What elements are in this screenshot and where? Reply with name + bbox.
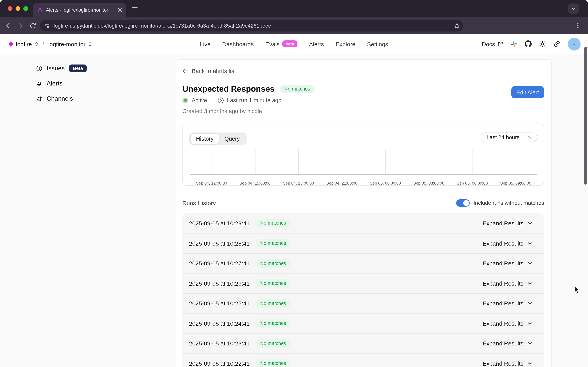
expand-results-button[interactable]: Expand Results bbox=[480, 320, 535, 327]
chart-gridline bbox=[342, 149, 342, 174]
minimize-window-button[interactable] bbox=[16, 6, 20, 11]
expand-results-label: Expand Results bbox=[483, 260, 523, 267]
alert-title: Unexpected Responses bbox=[182, 84, 274, 93]
nav-alerts[interactable]: Alerts bbox=[309, 41, 324, 47]
sidebar-item-issues[interactable]: Issues Beta bbox=[36, 64, 175, 73]
favicon-logfire-icon bbox=[37, 7, 43, 13]
tab-search-button[interactable] bbox=[568, 3, 579, 14]
share-link-icon[interactable] bbox=[553, 40, 560, 47]
nav-evals-label: Evals bbox=[265, 41, 280, 47]
back-label: Back to alerts list bbox=[192, 67, 236, 74]
time-range-select[interactable]: Last 24 hours bbox=[481, 132, 537, 142]
run-row[interactable]: 2025-09-05 at 10:24:41No matchesExpand R… bbox=[182, 313, 544, 333]
history-chart bbox=[190, 149, 537, 174]
run-timestamp: 2025-09-05 at 10:27:41 bbox=[189, 260, 250, 267]
reload-button[interactable] bbox=[30, 22, 36, 29]
run-row[interactable]: 2025-09-05 at 10:23:41No matchesExpand R… bbox=[182, 333, 544, 353]
close-window-button[interactable] bbox=[8, 6, 12, 11]
org-selector[interactable]: logfire bbox=[16, 41, 32, 47]
play-circle-icon bbox=[217, 97, 224, 104]
nav-settings[interactable]: Settings bbox=[367, 41, 388, 47]
run-no-matches-badge: No matches bbox=[256, 259, 290, 268]
include-runs-toggle[interactable] bbox=[456, 199, 469, 207]
new-tab-button[interactable] bbox=[132, 5, 138, 10]
run-no-matches-badge: No matches bbox=[256, 319, 290, 328]
browser-tab[interactable]: Alerts · logfire/logfire-monitor bbox=[33, 3, 126, 17]
chart-gridline bbox=[429, 149, 429, 174]
chart-gridline bbox=[385, 149, 386, 174]
chart-gridline bbox=[212, 149, 212, 174]
app-header: logfire / logfire-monitor Live Dashboard… bbox=[0, 34, 588, 54]
expand-results-label: Expand Results bbox=[483, 340, 523, 347]
chevron-down-icon bbox=[527, 261, 532, 266]
sidebar-channels-label: Channels bbox=[47, 95, 73, 102]
nav-explore[interactable]: Explore bbox=[336, 41, 355, 47]
expand-results-button[interactable]: Expand Results bbox=[480, 219, 535, 227]
header-actions: Docs - bbox=[482, 37, 588, 50]
history-panel: History Query Last 24 hours Sep 04, 12:0… bbox=[182, 123, 544, 185]
run-timestamp: 2025-09-05 at 10:29:41 bbox=[189, 220, 250, 226]
bell-icon bbox=[36, 80, 43, 87]
run-timestamp: 2025-09-05 at 10:25:41 bbox=[189, 300, 250, 307]
expand-results-button[interactable]: Expand Results bbox=[480, 280, 535, 287]
expand-results-label: Expand Results bbox=[483, 220, 523, 226]
chevron-down-icon bbox=[527, 361, 532, 366]
tab-query[interactable]: Query bbox=[219, 133, 245, 144]
site-settings-icon[interactable] bbox=[44, 23, 50, 29]
active-label: Active bbox=[192, 97, 207, 103]
runs-list: 2025-09-05 at 10:29:41No matchesExpand R… bbox=[182, 213, 544, 367]
run-row[interactable]: 2025-09-05 at 10:26:41No matchesExpand R… bbox=[182, 273, 544, 293]
nav-evals[interactable]: Evals beta bbox=[265, 40, 298, 47]
back-button[interactable] bbox=[5, 22, 12, 29]
slack-icon[interactable] bbox=[511, 41, 517, 47]
sidebar-item-channels[interactable]: Channels bbox=[36, 94, 175, 103]
expand-results-button[interactable]: Expand Results bbox=[480, 260, 535, 267]
chart-gridline bbox=[255, 149, 255, 174]
run-timestamp: 2025-09-05 at 10:24:41 bbox=[189, 320, 250, 327]
expand-results-button[interactable]: Expand Results bbox=[480, 360, 535, 367]
expand-results-button[interactable]: Expand Results bbox=[480, 340, 535, 347]
include-runs-label: Include runs without matches bbox=[473, 200, 544, 206]
run-row[interactable]: 2025-09-05 at 10:25:41No matchesExpand R… bbox=[182, 293, 544, 313]
theme-sun-icon[interactable] bbox=[539, 40, 546, 47]
page-scrollbar[interactable] bbox=[584, 47, 587, 184]
tab-history[interactable]: History bbox=[191, 133, 219, 144]
project-selector[interactable]: logfire-monitor bbox=[48, 41, 85, 47]
run-timestamp: 2025-09-05 at 10:26:41 bbox=[189, 280, 250, 287]
chart-tick-label: Sep 04, 21:00:00 bbox=[326, 181, 357, 185]
run-row[interactable]: 2025-09-05 at 10:27:41No matchesExpand R… bbox=[182, 253, 544, 273]
runs-history-header: Runs History Include runs without matche… bbox=[182, 199, 544, 207]
chart-tick-label: Sep 05, 03:00:00 bbox=[413, 181, 444, 185]
expand-results-button[interactable]: Expand Results bbox=[480, 300, 535, 307]
bookmark-star-icon[interactable] bbox=[454, 23, 460, 29]
alert-no-matches-badge: No matches bbox=[280, 84, 315, 93]
address-bar[interactable]: logfire-us.pydantic.dev/logfire/logfire-… bbox=[40, 20, 463, 32]
browser-tab-strip: Alerts · logfire/logfire-monitor bbox=[0, 0, 588, 17]
user-avatar[interactable]: - bbox=[568, 37, 581, 50]
docs-label: Docs bbox=[482, 41, 495, 47]
forward-button[interactable] bbox=[17, 22, 24, 29]
zoom-window-button[interactable] bbox=[23, 6, 28, 11]
back-to-alerts-link[interactable]: Back to alerts list bbox=[182, 67, 236, 74]
run-row[interactable]: 2025-09-05 at 10:28:41No matchesExpand R… bbox=[182, 233, 544, 253]
github-icon[interactable] bbox=[525, 40, 532, 47]
nav-live[interactable]: Live bbox=[200, 41, 211, 47]
run-row[interactable]: 2025-09-05 at 10:22:41No matchesExpand R… bbox=[182, 353, 544, 367]
browser-menu-icon[interactable] bbox=[575, 23, 581, 29]
nav-dashboards[interactable]: Dashboards bbox=[222, 41, 254, 47]
sidebar-item-alerts[interactable]: Alerts bbox=[36, 79, 175, 88]
back-arrow-icon bbox=[182, 68, 188, 73]
expand-results-label: Expand Results bbox=[483, 280, 523, 287]
run-no-matches-badge: No matches bbox=[256, 239, 290, 248]
project-updown-icon bbox=[88, 41, 92, 46]
run-row[interactable]: 2025-09-05 at 10:29:41No matchesExpand R… bbox=[182, 213, 544, 233]
docs-link[interactable]: Docs bbox=[482, 41, 503, 47]
chevron-down-icon bbox=[527, 221, 532, 226]
tab-close-icon[interactable] bbox=[118, 8, 122, 12]
run-no-matches-badge: No matches bbox=[256, 219, 290, 227]
expand-results-label: Expand Results bbox=[483, 320, 523, 327]
chevron-down-icon bbox=[527, 241, 532, 246]
edit-alert-button[interactable]: Edit Alert bbox=[511, 86, 544, 98]
expand-results-button[interactable]: Expand Results bbox=[480, 240, 535, 247]
run-no-matches-badge: No matches bbox=[256, 339, 290, 348]
